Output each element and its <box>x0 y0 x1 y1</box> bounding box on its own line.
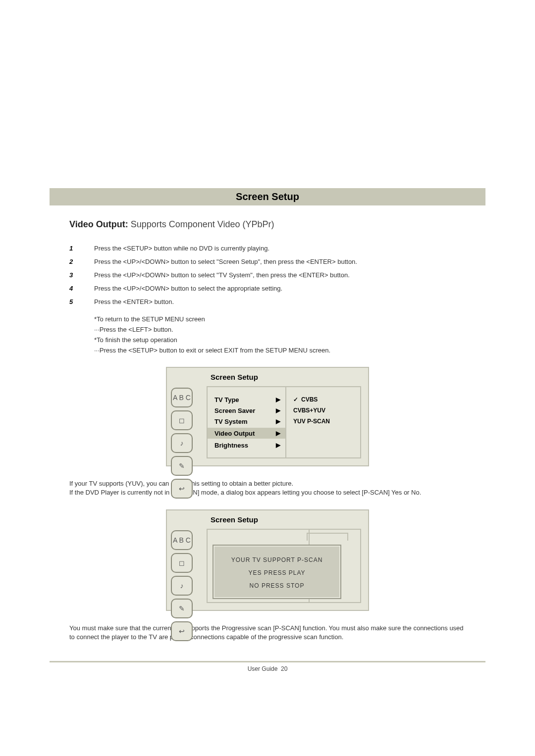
step-text: Press the <UP>/<DOWN> button to select "… <box>94 258 357 265</box>
audio-icon: ♪ <box>171 576 193 596</box>
step-text: Press the <SETUP> button while no DVD is… <box>94 245 269 252</box>
osd-value: CVBS+YUV <box>293 405 355 416</box>
osd-option-label: Video Output <box>214 430 255 437</box>
osd-option-selected: Video Output▶ <box>208 428 285 439</box>
dialog-line: NO PRESS STOP <box>217 582 336 589</box>
note-line: ···Press the <LEFT> button. <box>94 326 485 333</box>
osd-title: Screen Setup <box>211 515 361 524</box>
step: 3Press the <UP>/<DOWN> button to select … <box>69 271 485 279</box>
body-paragraph: You must make sure that the current TV s… <box>69 624 466 641</box>
tools-icon: ✎ <box>171 456 193 476</box>
step: 1Press the <SETUP> button while no DVD i… <box>69 245 485 252</box>
chevron-right-icon: ▶ <box>276 442 280 449</box>
osd-panel-video-output: Screen Setup A B C ◻ ♪ ✎ ↩ TV Type▶ Scre… <box>166 367 369 466</box>
osd-option-list: TV Type▶ Screen Saver▶ TV System▶ Video … <box>208 387 286 457</box>
chevron-right-icon: ▶ <box>276 396 280 403</box>
screen-icon: ◻ <box>171 553 193 573</box>
osd-category-icons: A B C ◻ ♪ ✎ ↩ <box>171 388 193 499</box>
subheading-label: Video Output: <box>69 219 128 229</box>
note-line: *To finish the setup operation <box>94 336 485 344</box>
step-number: 2 <box>69 258 94 265</box>
step: 5Press the <ENTER> button. <box>69 298 485 305</box>
step-text: Press the <ENTER> button. <box>94 298 174 305</box>
chevron-right-icon: ▶ <box>276 418 280 425</box>
osd-option: TV Type▶ <box>214 394 280 405</box>
step-number: 3 <box>69 271 94 279</box>
step: 2Press the <UP>/<DOWN> button to select … <box>69 258 485 265</box>
step-number: 1 <box>69 245 94 252</box>
osd-option-label: Brightness <box>214 442 248 449</box>
osd-option-label: TV System <box>214 418 247 425</box>
step-number: 5 <box>69 298 94 305</box>
chevron-right-icon: ▶ <box>276 407 280 414</box>
dialog-line: YOUR TV SUPPORT P-SCAN <box>217 556 336 563</box>
note-line: *To return to the SETUP MENU screen <box>94 315 485 323</box>
page-number: 20 <box>281 665 287 672</box>
osd-category-icons: A B C ◻ ♪ ✎ ↩ <box>171 530 193 641</box>
osd-option: TV System▶ <box>214 416 280 427</box>
osd-panel-pscan-dialog: Screen Setup A B C ◻ ♪ ✎ ↩ YUV -SCAN YOU… <box>166 509 369 611</box>
osd-value: YUV P-SCAN <box>293 416 355 427</box>
language-icon: A B C <box>171 530 193 550</box>
step: 4Press the <UP>/<DOWN> button to select … <box>69 285 485 292</box>
subheading-text: Supports Component Video (YPbPr) <box>128 219 274 229</box>
section-title: Screen Setup <box>50 188 485 205</box>
audio-icon: ♪ <box>171 433 193 453</box>
footer-label: User Guide <box>248 665 278 672</box>
chevron-right-icon: ▶ <box>276 430 280 437</box>
exit-icon: ↩ <box>171 621 193 641</box>
osd-title: Screen Setup <box>211 373 361 381</box>
osd-option-label: Screen Saver <box>214 407 255 414</box>
osd-option-label: TV Type <box>214 396 239 403</box>
body-paragraph: If your TV supports (YUV), you can selec… <box>69 479 466 497</box>
step-number: 4 <box>69 285 94 292</box>
dialog-line: YES PRESS PLAY <box>217 569 336 576</box>
tools-icon: ✎ <box>171 599 193 618</box>
osd-option: Screen Saver▶ <box>214 405 280 416</box>
step-text: Press the <UP>/<DOWN> button to select "… <box>94 271 350 279</box>
language-icon: A B C <box>171 388 193 407</box>
subheading: Video Output: Supports Component Video (… <box>69 219 485 230</box>
osd-option: Brightness▶ <box>214 440 280 451</box>
step-text: Press the <UP>/<DOWN> button to select t… <box>94 285 282 292</box>
osd-value-checked: CVBS <box>293 394 355 405</box>
osd-values: CVBS CVBS+YUV YUV P-SCAN <box>286 387 360 457</box>
step-list: 1Press the <SETUP> button while no DVD i… <box>69 245 485 305</box>
pscan-confirm-dialog: YOUR TV SUPPORT P-SCAN YES PRESS PLAY NO… <box>213 545 341 599</box>
note-line: ···Press the <SETUP> button to exit or s… <box>94 347 485 354</box>
exit-icon: ↩ <box>171 479 193 499</box>
notes-block: *To return to the SETUP MENU screen ···P… <box>94 315 485 354</box>
page-footer: User Guide 20 <box>50 661 485 672</box>
screen-icon: ◻ <box>171 410 193 430</box>
